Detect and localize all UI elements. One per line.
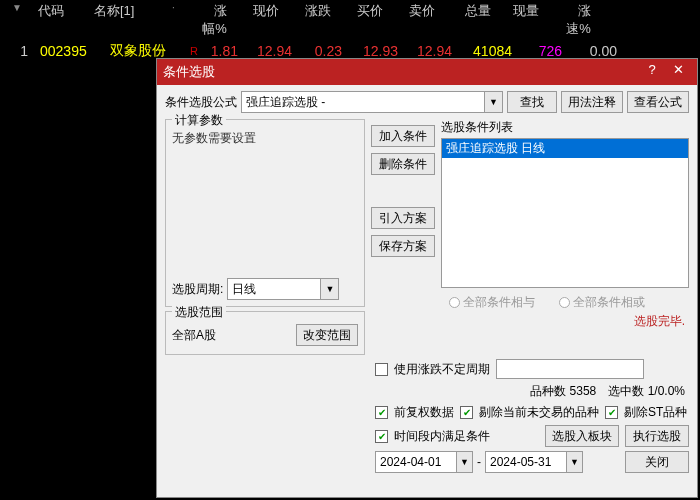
- col-bid[interactable]: 买价: [339, 2, 391, 38]
- dialog-titlebar[interactable]: 条件选股 ? ✕: [157, 59, 697, 85]
- selected-label: 选中数: [608, 384, 644, 398]
- radio-and[interactable]: 全部条件相与: [449, 294, 535, 311]
- radio-or[interactable]: 全部条件相或: [559, 294, 645, 311]
- col-ask[interactable]: 卖价: [391, 2, 443, 38]
- help-icon[interactable]: ?: [639, 62, 665, 82]
- fq-label: 前复权数据: [394, 404, 454, 421]
- formula-combo[interactable]: ▼: [241, 91, 503, 113]
- date-from-input[interactable]: [376, 452, 456, 472]
- dialog-title: 条件选股: [163, 63, 215, 81]
- params-legend: 计算参数: [172, 112, 226, 129]
- view-formula-button[interactable]: 查看公式: [627, 91, 689, 113]
- radio-icon: [449, 297, 460, 308]
- col-now[interactable]: 现量: [499, 2, 547, 38]
- dropdown-icon[interactable]: ▼: [4, 2, 30, 38]
- selected-value: 1/0.0%: [648, 384, 685, 398]
- close-button[interactable]: 关闭: [625, 451, 689, 473]
- col-chg[interactable]: 涨跌: [287, 2, 339, 38]
- timespan-label: 时间段内满足条件: [394, 428, 490, 445]
- stock-code: 002395: [34, 43, 104, 59]
- stock-table-header: ▼ 代码 名称[1] · 涨幅% 现价 涨跌 买价 卖价 总量 现量 涨速%: [0, 0, 700, 40]
- condition-stock-dialog: 条件选股 ? ✕ 条件选股公式 ▼ 查找 用法注释 查看公式 计算参数 无参数需…: [156, 58, 698, 498]
- count-label: 品种数: [530, 384, 566, 398]
- col-code[interactable]: 代码: [30, 2, 86, 38]
- scope-fieldset: 选股范围 全部A股 改变范围: [165, 311, 365, 355]
- col-vol[interactable]: 总量: [443, 2, 499, 38]
- close-icon[interactable]: ✕: [665, 62, 691, 82]
- condition-listbox[interactable]: 强庄追踪选股 日线: [441, 138, 689, 288]
- now-value: 726: [518, 43, 568, 59]
- row-index: 1: [4, 43, 34, 59]
- col-pct[interactable]: 涨幅%: [183, 2, 235, 38]
- speed-value: 0.00: [568, 43, 623, 59]
- remove-st-label: 剔除ST品种: [624, 404, 687, 421]
- count-value: 5358: [570, 384, 597, 398]
- ask-value: 12.94: [404, 43, 458, 59]
- chg-value: 0.23: [298, 43, 348, 59]
- to-block-button[interactable]: 选股入板块: [545, 425, 619, 447]
- scope-legend: 选股范围: [172, 304, 226, 321]
- radio-icon: [559, 297, 570, 308]
- find-button[interactable]: 查找: [507, 91, 557, 113]
- period-input[interactable]: [228, 279, 320, 299]
- col-speed[interactable]: 涨速%: [547, 2, 599, 38]
- delete-condition-button[interactable]: 删除条件: [371, 153, 435, 175]
- save-plan-button[interactable]: 保存方案: [371, 235, 435, 257]
- add-condition-button[interactable]: 加入条件: [371, 125, 435, 147]
- date-from-combo[interactable]: ▼: [375, 451, 473, 473]
- col-price[interactable]: 现价: [235, 2, 287, 38]
- condition-list-label: 选股条件列表: [441, 119, 689, 136]
- period-label: 选股周期:: [172, 281, 223, 298]
- usage-button[interactable]: 用法注释: [561, 91, 623, 113]
- params-text: 无参数需要设置: [172, 130, 358, 147]
- import-plan-button[interactable]: 引入方案: [371, 207, 435, 229]
- remove-notrade-label: 剔除当前未交易的品种: [479, 404, 599, 421]
- pct-value: 1.81: [200, 43, 244, 59]
- date-to-combo[interactable]: ▼: [485, 451, 583, 473]
- col-name[interactable]: 名称[1]: [86, 2, 164, 38]
- remove-st-checkbox[interactable]: ✔: [605, 406, 618, 419]
- unstable-period-input[interactable]: [496, 359, 644, 379]
- vol-value: 41084: [458, 43, 518, 59]
- r-badge: R: [184, 45, 200, 57]
- chevron-down-icon[interactable]: ▼: [484, 92, 502, 112]
- change-scope-button[interactable]: 改变范围: [296, 324, 358, 346]
- formula-input[interactable]: [242, 92, 484, 112]
- chevron-down-icon[interactable]: ▼: [566, 452, 582, 472]
- status-text: 选股完毕.: [441, 313, 685, 330]
- timespan-checkbox[interactable]: ✔: [375, 430, 388, 443]
- formula-label: 条件选股公式: [165, 94, 237, 111]
- period-combo[interactable]: ▼: [227, 278, 339, 300]
- unstable-period-checkbox[interactable]: [375, 363, 388, 376]
- dot-icon: ·: [164, 2, 183, 38]
- unstable-period-label: 使用涨跌不定周期: [394, 361, 490, 378]
- date-sep: -: [477, 455, 481, 469]
- params-fieldset: 计算参数 无参数需要设置 选股周期: ▼: [165, 119, 365, 307]
- remove-notrade-checkbox[interactable]: ✔: [460, 406, 473, 419]
- date-to-input[interactable]: [486, 452, 566, 472]
- scope-text: 全部A股: [172, 327, 216, 344]
- chevron-down-icon[interactable]: ▼: [320, 279, 338, 299]
- price-value: 12.94: [244, 43, 298, 59]
- bid-value: 12.93: [348, 43, 404, 59]
- list-item[interactable]: 强庄追踪选股 日线: [442, 139, 688, 158]
- execute-button[interactable]: 执行选股: [625, 425, 689, 447]
- chevron-down-icon[interactable]: ▼: [456, 452, 472, 472]
- fq-checkbox[interactable]: ✔: [375, 406, 388, 419]
